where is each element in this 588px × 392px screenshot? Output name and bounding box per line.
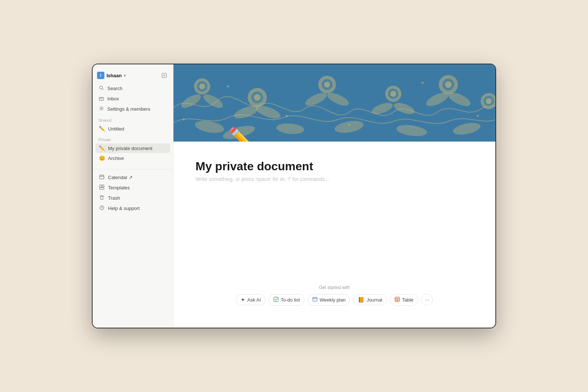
sidebar-item-templates[interactable]: Templates [96,183,170,193]
get-started-section: Get started with ✦ Ask AI To-do [236,285,433,306]
help-icon [98,205,105,211]
svg-point-49 [422,82,424,84]
get-started-label: Get started with [319,285,350,290]
archive-icon: 😊 [98,155,105,161]
svg-point-46 [227,85,229,88]
svg-rect-6 [102,185,104,187]
svg-point-50 [477,115,479,117]
main-content: ✏️ My private document Write something, … [173,64,495,328]
weekly-plan-icon [312,297,318,303]
sidebar-header: I Ishaan ▾ [93,69,173,83]
svg-point-19 [324,82,330,88]
svg-rect-5 [100,185,102,187]
todo-list-label: To-do list [281,297,300,303]
sidebar: I Ishaan ▾ Search [93,64,173,328]
sidebar-item-my-private-document[interactable]: ✏️ My private document [96,143,170,153]
svg-rect-0 [162,73,166,78]
svg-point-48 [348,124,350,126]
svg-point-9 [101,209,102,209]
search-label: Search [107,86,122,91]
svg-point-22 [390,91,396,97]
templates-icon [98,185,105,191]
archive-label: Archive [108,156,124,161]
svg-rect-51 [274,297,278,302]
search-icon [98,85,104,92]
settings-icon [98,106,104,112]
calendar-label: Calendar ↗ [108,175,133,180]
sidebar-item-calendar[interactable]: Calendar ↗ [96,172,170,182]
pencil-icon: ✏️ [98,126,105,132]
device-frame: I Ishaan ▾ Search [92,64,496,328]
private-section-label: Private [93,134,173,143]
svg-point-3 [101,108,102,109]
sidebar-item-search[interactable]: Search [96,83,170,93]
todo-list-button[interactable]: To-do list [269,294,305,306]
svg-point-45 [183,118,185,121]
svg-point-47 [286,115,288,117]
sidebar-item-trash[interactable]: Trash [96,193,170,203]
document-body[interactable]: My private document Write something, or … [173,142,495,328]
settings-label: Settings & members [107,106,150,112]
svg-point-25 [445,81,452,88]
inbox-icon [98,96,104,102]
ai-icon: ✦ [241,297,245,303]
svg-point-16 [254,94,261,101]
calendar-icon [98,174,105,181]
svg-rect-7 [100,188,104,189]
sidebar-item-help[interactable]: Help & support [96,203,170,213]
trash-icon [98,195,105,201]
template-buttons: ✦ Ask AI To-do list [236,294,433,306]
weekly-plan-label: Weekly plan [320,297,346,303]
svg-point-13 [199,83,205,89]
sidebar-item-inbox[interactable]: Inbox [96,94,170,104]
weekly-plan-button[interactable]: Weekly plan [308,294,351,306]
todo-icon [273,297,279,303]
sidebar-item-settings[interactable]: Settings & members [96,104,170,114]
page-icon: ✏️ [229,126,252,142]
svg-point-28 [486,98,492,104]
cover-image: ✏️ [173,64,495,142]
new-page-button[interactable] [160,71,169,80]
document-placeholder: Write something, or press 'space' for AI… [196,176,473,182]
table-icon [395,297,400,303]
workspace-name-label: Ishaan [107,73,122,78]
table-label: Table [402,297,413,303]
journal-label: Journal [366,297,382,303]
table-button[interactable]: Table [390,294,418,306]
templates-label: Templates [108,185,130,190]
journal-icon: 📙 [358,297,364,303]
ask-ai-button[interactable]: ✦ Ask AI [236,294,266,305]
chevron-down-icon: ▾ [124,74,126,78]
workspace-selector[interactable]: I Ishaan ▾ [97,72,126,79]
sidebar-nav: Search Inbox Settings & [93,83,173,114]
pen-icon: ✏️ [98,145,105,151]
more-button[interactable]: ··· [421,294,433,306]
help-label: Help & support [108,206,140,211]
ask-ai-label: Ask AI [247,297,261,303]
sidebar-item-untitled[interactable]: ✏️ Untitled [96,124,170,133]
sidebar-item-archive[interactable]: 😊 Archive [96,153,170,163]
svg-rect-52 [313,297,317,301]
svg-rect-4 [100,175,104,179]
shared-section-label: Shared [93,114,173,124]
journal-button[interactable]: 📙 Journal [353,294,387,305]
untitled-label: Untitled [108,126,124,132]
svg-point-1 [100,86,103,89]
document-title: My private document [196,159,473,173]
workspace-icon: I [97,72,104,79]
more-icon: ··· [425,297,429,303]
trash-label: Trash [108,195,120,201]
inbox-label: Inbox [107,96,119,101]
my-private-document-label: My private document [108,146,153,151]
